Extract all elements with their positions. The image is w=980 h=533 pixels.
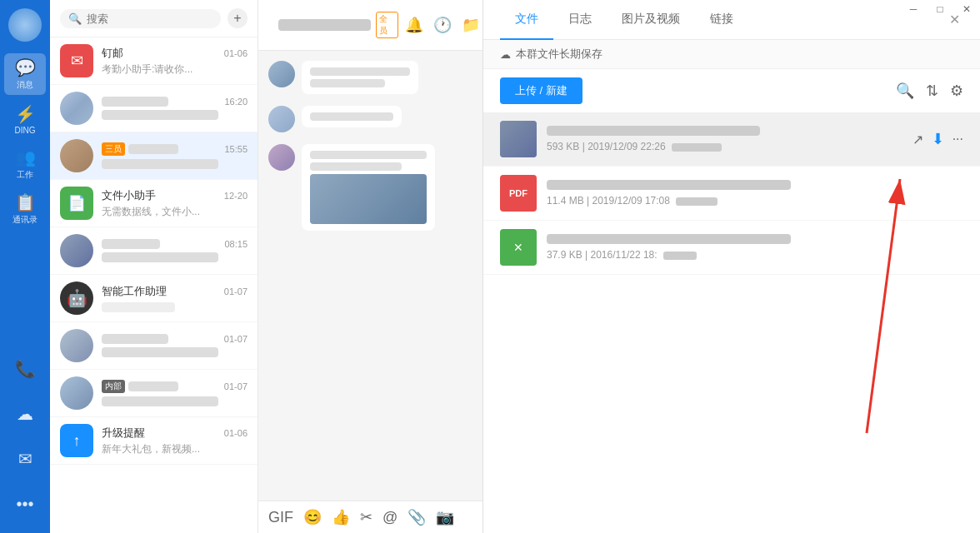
avatar bbox=[60, 234, 93, 267]
avatar bbox=[60, 139, 93, 172]
more-file-icon[interactable]: ··· bbox=[952, 132, 963, 147]
list-item[interactable]: 01-07 bbox=[50, 322, 258, 370]
file-item[interactable]: PDF 11.4 MB | 2019/12/09 17:08 bbox=[483, 167, 980, 221]
open-file-icon[interactable]: ↗ bbox=[912, 132, 923, 147]
scissors-icon[interactable]: ✂ bbox=[360, 508, 372, 526]
file-meta: 37.9 KB | 2016/11/22 18: bbox=[547, 249, 953, 261]
chat-preview bbox=[102, 302, 175, 312]
chat-info: 16:20 bbox=[102, 97, 248, 120]
list-item[interactable]: ↑ 升级提醒 01-06 新年大礼包，新视频... bbox=[50, 417, 258, 465]
folder-icon[interactable]: 📁 bbox=[462, 16, 480, 34]
avatar: ↑ bbox=[60, 424, 93, 457]
minimize-button[interactable]: ─ bbox=[900, 0, 927, 18]
search-icon: 🔍 bbox=[68, 12, 82, 25]
sidebar-item-cloud[interactable]: ☁ bbox=[4, 393, 46, 435]
chat-name: 智能工作助理 bbox=[102, 284, 167, 299]
avatar: 📄 bbox=[60, 187, 93, 220]
sidebar-item-ding[interactable]: ⚡ DING bbox=[4, 98, 46, 140]
avatar bbox=[60, 376, 93, 410]
close-button[interactable]: ✕ bbox=[953, 0, 980, 18]
chat-messages bbox=[258, 51, 482, 501]
tab-logs[interactable]: 日志 bbox=[553, 0, 607, 40]
window-controls: ─ □ ✕ bbox=[900, 0, 980, 18]
chat-info: 文件小助手 12-20 无需数据线，文件小... bbox=[102, 188, 248, 219]
sidebar-label-work: 工作 bbox=[17, 169, 33, 181]
sidebar-item-messages[interactable]: 💬 消息 bbox=[4, 53, 46, 95]
file-actions-right: 🔍 ⇅ ⚙ bbox=[896, 82, 963, 100]
settings-icon[interactable]: ⚙ bbox=[950, 82, 963, 100]
sidebar-item-mail[interactable]: ✉ bbox=[4, 438, 46, 480]
message-bubble bbox=[302, 106, 402, 127]
vip-badge: 全员 bbox=[376, 12, 398, 38]
file-thumbnail: ✕ bbox=[500, 229, 537, 266]
sidebar-label-contacts: 通讯录 bbox=[12, 214, 38, 226]
tab-files[interactable]: 文件 bbox=[500, 0, 553, 40]
list-item[interactable]: 08:15 bbox=[50, 227, 258, 275]
search-box[interactable]: 🔍 bbox=[60, 9, 221, 28]
history-icon[interactable]: 🕐 bbox=[433, 16, 452, 34]
avatar: ✉ bbox=[60, 44, 93, 77]
gif-icon[interactable]: GIF bbox=[268, 509, 293, 526]
file-info: 37.9 KB | 2016/11/22 18: bbox=[547, 234, 953, 261]
message-avatar bbox=[268, 144, 295, 171]
chat-preview: 新年大礼包，新视频... bbox=[102, 442, 248, 456]
file-item[interactable]: 593 KB | 2019/12/09 22:26 ↗ ⬇ ··· bbox=[483, 112, 980, 167]
chat-list-header: 🔍 + bbox=[50, 0, 258, 37]
attachment-icon[interactable]: 📎 bbox=[408, 508, 426, 526]
sort-icon[interactable]: ⇅ bbox=[926, 82, 938, 100]
upload-button[interactable]: 上传 / 新建 bbox=[500, 77, 582, 104]
tab-links[interactable]: 链接 bbox=[695, 0, 748, 40]
cloud-icon: ☁ bbox=[17, 404, 33, 424]
chat-time: 15:55 bbox=[224, 144, 248, 154]
message-row bbox=[268, 144, 472, 231]
list-item[interactable]: ✉ 钉邮 01-06 考勤小助手:请收你... bbox=[50, 37, 258, 85]
list-item[interactable]: 16:20 bbox=[50, 85, 258, 132]
search-input[interactable] bbox=[87, 12, 212, 25]
chat-toolbar: GIF 😊 👍 ✂ @ 📎 📷 bbox=[258, 501, 482, 533]
list-item[interactable]: 📄 文件小助手 12-20 无需数据线，文件小... bbox=[50, 180, 258, 227]
message-icon: 💬 bbox=[15, 57, 36, 77]
file-list: 593 KB | 2019/12/09 22:26 ↗ ⬇ ··· PDF 11… bbox=[483, 112, 980, 533]
chat-info: 三员 15:55 bbox=[102, 142, 248, 169]
chat-info: 智能工作助理 01-07 bbox=[102, 284, 248, 312]
download-file-icon[interactable]: ⬇ bbox=[932, 130, 944, 148]
mail-icon: ✉ bbox=[18, 449, 32, 469]
user-avatar[interactable] bbox=[8, 8, 42, 42]
sidebar-item-more[interactable]: ••• bbox=[4, 483, 46, 525]
file-thumbnail: PDF bbox=[500, 175, 537, 212]
chat-preview bbox=[102, 159, 218, 169]
chat-time: 01-06 bbox=[224, 428, 248, 438]
search-files-icon[interactable]: 🔍 bbox=[896, 82, 914, 100]
emoji-icon[interactable]: 😊 bbox=[303, 508, 322, 526]
chat-time: 01-07 bbox=[224, 381, 248, 391]
chat-time: 01-06 bbox=[224, 48, 248, 58]
chat-name: 升级提醒 bbox=[102, 426, 145, 441]
sidebar-bottom: 📞 ☁ ✉ ••• bbox=[4, 348, 46, 533]
sidebar-item-phone[interactable]: 📞 bbox=[4, 348, 46, 390]
file-name bbox=[547, 126, 760, 136]
chat-preview: 考勤小助手:请收你... bbox=[102, 62, 248, 77]
maximize-button[interactable]: □ bbox=[927, 0, 953, 18]
list-item[interactable]: 内部 01-07 bbox=[50, 370, 258, 417]
chat-info: 升级提醒 01-06 新年大礼包，新视频... bbox=[102, 426, 248, 456]
file-meta: 593 KB | 2019/12/09 22:26 bbox=[547, 141, 902, 152]
chat-preview: 无需数据线，文件小... bbox=[102, 205, 248, 219]
camera-icon[interactable]: 📷 bbox=[436, 508, 454, 526]
sidebar-item-work[interactable]: 👥 工作 bbox=[4, 143, 46, 185]
notification-icon[interactable]: 🔔 bbox=[405, 16, 423, 34]
file-item[interactable]: ✕ 37.9 KB | 2016/11/22 18: bbox=[483, 221, 980, 275]
avatar bbox=[60, 329, 93, 362]
image-preview bbox=[310, 174, 427, 224]
tab-media[interactable]: 图片及视频 bbox=[607, 0, 695, 40]
message-bubble bbox=[302, 61, 418, 94]
like-icon[interactable]: 👍 bbox=[332, 508, 350, 526]
mention-icon[interactable]: @ bbox=[382, 509, 398, 526]
list-item[interactable]: 三员 15:55 bbox=[50, 132, 258, 180]
add-button[interactable]: + bbox=[228, 8, 248, 28]
file-name bbox=[547, 180, 791, 190]
group-name bbox=[278, 19, 371, 31]
sidebar-item-contacts[interactable]: 📋 通讯录 bbox=[4, 188, 46, 230]
list-item[interactable]: 🤖 智能工作助理 01-07 bbox=[50, 275, 258, 322]
tag-badge: 三员 bbox=[102, 142, 125, 156]
message-row bbox=[268, 61, 472, 94]
